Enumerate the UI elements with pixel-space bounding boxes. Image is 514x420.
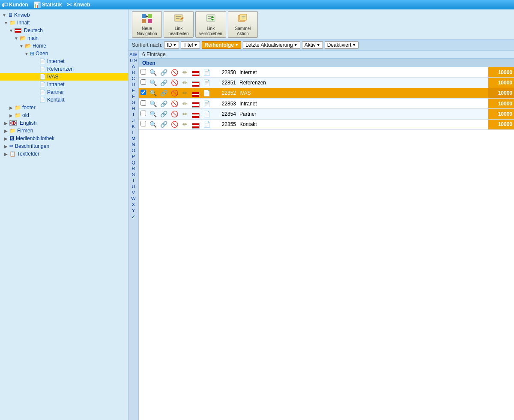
alpha-a[interactable]: A [128,63,138,69]
sidebar-item-main[interactable]: ▼ 📂 main [0,34,128,42]
alpha-q[interactable]: Q [128,159,138,165]
edit-icon-intranet[interactable]: ✏ [180,98,190,108]
disable-icon-kontakt[interactable]: 🚫 [169,119,180,129]
edit-icon-ivas[interactable]: ✏ [180,88,190,98]
menu-statistik[interactable]: 📊 Statistik [33,1,62,8]
sidebar-item-kontakt[interactable]: ▶ 📄 Kontakt [0,96,128,104]
link-icon-ivas[interactable]: 🔗 [158,88,169,98]
edit-icon-kontakt[interactable]: ✏ [180,119,190,129]
sidebar-item-ivas[interactable]: ▶ 📄 IVAS [0,73,128,81]
expander-knweb[interactable]: ▼ [2,13,7,18]
alpha-w[interactable]: W [128,195,138,201]
sidebar-item-oben[interactable]: ▼ ⊞ Oben [0,50,128,57]
sidebar-item-footer[interactable]: ▶ 📁 footer [0,104,128,111]
expander-footer[interactable]: ▶ [9,105,14,110]
expander-oben[interactable]: ▼ [24,51,29,56]
alpha-f[interactable]: F [128,93,138,99]
alpha-i[interactable]: I [128,111,138,117]
sidebar-item-knweb[interactable]: ▼ 🖥 Knweb [0,11,128,19]
expander-home[interactable]: ▼ [19,44,24,48]
page-icon-kontakt[interactable]: 📄 [201,119,212,129]
expander-inhalt[interactable]: ▼ [3,21,9,25]
sidebar-item-medienbibliothek[interactable]: ▶ 🖼 Medienbibliothek [0,135,128,142]
page-icon-ivas[interactable]: 📄 [201,88,212,98]
search-icon-kontakt[interactable]: 🔍 [148,119,158,129]
alpha-e[interactable]: E [128,87,138,93]
filter-id[interactable]: ID ▼ [164,41,179,49]
alpha-p[interactable]: P [128,153,138,159]
alpha-s[interactable]: S [128,171,138,177]
expander-old[interactable]: ▶ [9,113,14,118]
alpha-b[interactable]: B [128,69,138,75]
checkbox-partner[interactable] [139,109,148,119]
sidebar-item-intranet[interactable]: ▶ 📄 Intranet [0,81,128,88]
checkbox-ivas[interactable] [139,88,148,98]
alpha-z[interactable]: Z [128,213,138,219]
filter-titel[interactable]: Titel ▼ [181,41,200,49]
sidebar-item-firmen[interactable]: ▶ 📁 Firmen [0,127,128,135]
disable-icon-referenzen[interactable]: 🚫 [169,78,180,88]
alpha-j[interactable]: J [128,117,138,123]
edit-icon-referenzen[interactable]: ✏ [180,78,190,88]
alpha-d[interactable]: D [128,81,138,87]
filter-deaktiviert[interactable]: Deaktiviert ▼ [325,41,359,49]
alpha-h[interactable]: H [128,105,138,111]
disable-icon-internet[interactable]: 🚫 [169,67,180,78]
alpha-l[interactable]: L [128,129,138,135]
neue-navigation-button[interactable]: Neue Navigation [132,11,162,38]
expander-medienbibliothek[interactable]: ▶ [3,136,9,141]
sidebar-item-inhalt[interactable]: ▼ 📁 Inhalt [0,19,128,27]
edit-icon-partner[interactable]: ✏ [180,109,190,119]
disable-icon-intranet[interactable]: 🚫 [169,98,180,108]
checkbox-internet[interactable] [139,67,148,78]
link-icon-kontakt[interactable]: 🔗 [158,119,169,129]
disable-icon-partner[interactable]: 🚫 [169,109,180,119]
search-icon-internet[interactable]: 🔍 [148,67,158,78]
alpha-t[interactable]: T [128,177,138,183]
disable-icon-ivas[interactable]: 🚫 [169,88,180,98]
expander-deutsch[interactable]: ▼ [9,28,14,33]
search-icon-intranet[interactable]: 🔍 [148,98,158,108]
expander-english[interactable]: ▶ [3,121,9,126]
sidebar-item-internet[interactable]: ▶ 📄 Internet [0,57,128,65]
link-bearbeiten-button[interactable]: Link bearbeiten [164,11,194,38]
checkbox-referenzen[interactable] [139,78,148,88]
checkbox-kontakt[interactable] [139,119,148,129]
alpha-x[interactable]: X [128,201,138,207]
sidebar-item-old[interactable]: ▶ 📁 old [0,111,128,119]
search-icon-referenzen[interactable]: 🔍 [148,78,158,88]
filter-letzte-aktualisierung[interactable]: Letzte Aktualisierung ▼ [243,41,300,49]
sidebar-item-partner[interactable]: ▶ 📄 Partner [0,88,128,96]
sidebar-item-beschriftungen[interactable]: ▶ ✏ Beschriftungen [0,142,128,150]
alpha-c[interactable]: C [128,75,138,81]
link-icon-intranet[interactable]: 🔗 [158,98,169,108]
link-icon-referenzen[interactable]: 🔗 [158,78,169,88]
expander-textfelder[interactable]: ▶ [3,152,9,156]
alpha-alle[interactable]: Alle [128,51,138,57]
link-verschieben-button[interactable]: Link verschieben [195,11,226,38]
alpha-n[interactable]: N [128,141,138,147]
link-icon-partner[interactable]: 🔗 [158,109,169,119]
alpha-y[interactable]: Y [128,207,138,213]
sidebar-item-english[interactable]: ▶ English [0,119,128,127]
expander-firmen[interactable]: ▶ [3,129,9,133]
link-icon-internet[interactable]: 🔗 [158,67,169,78]
sidebar-item-textfelder[interactable]: ▶ 📋 Textfelder [0,150,128,158]
alpha-m[interactable]: M [128,135,138,141]
search-icon-ivas[interactable]: 🔍 [148,88,158,98]
expander-main[interactable]: ▼ [14,36,19,41]
alpha-r[interactable]: R [128,165,138,171]
expander-beschriftungen[interactable]: ▶ [3,144,9,149]
sidebar-item-home[interactable]: ▼ 📂 Home [0,42,128,50]
alpha-u[interactable]: U [128,183,138,189]
search-icon-partner[interactable]: 🔍 [148,109,158,119]
alpha-v[interactable]: V [128,189,138,195]
page-icon-referenzen[interactable]: 📄 [201,78,212,88]
alpha-o[interactable]: O [128,147,138,153]
edit-icon-internet[interactable]: ✏ [180,67,190,78]
page-icon-intranet[interactable]: 📄 [201,98,212,108]
filter-reihenfolge[interactable]: Reihenfolge ▼ [202,41,241,49]
sidebar-item-referenzen[interactable]: ▶ 📄 Referenzen [0,65,128,73]
menu-kunden[interactable]: 🏷 Kunden [2,1,28,8]
page-icon-internet[interactable]: 📄 [201,67,212,78]
